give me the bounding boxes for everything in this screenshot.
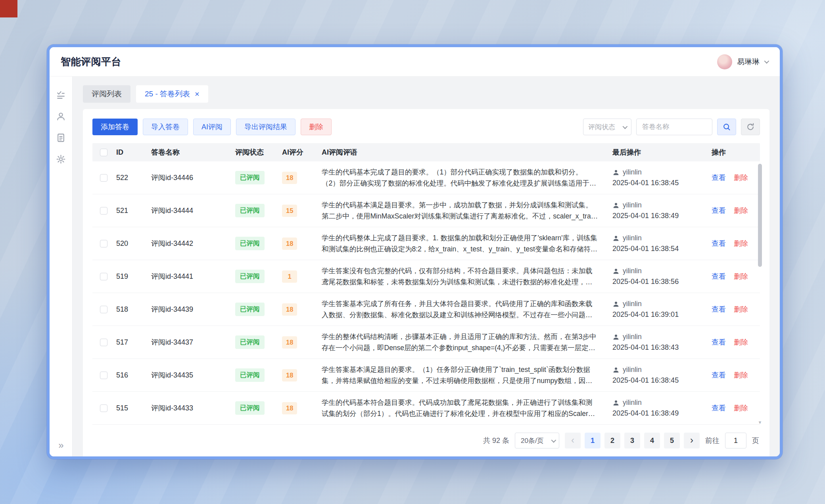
- ai-review-button[interactable]: AI评阅: [193, 119, 231, 135]
- row-operator: yilinlin: [623, 201, 642, 209]
- status-badge: 已评阅: [235, 368, 265, 382]
- row-checkbox[interactable]: [100, 372, 107, 379]
- delete-link[interactable]: 删除: [734, 305, 748, 314]
- row-checkbox[interactable]: [100, 207, 107, 215]
- sidebar-item-user[interactable]: [53, 108, 69, 124]
- sidebar-item-document[interactable]: [53, 130, 69, 146]
- table-row: 515 评阅id-34433 已评阅 18 学生的代码基本符合题目要求。代码成功…: [92, 392, 760, 425]
- scroll-down-icon[interactable]: ▼: [758, 420, 762, 425]
- delete-link[interactable]: 删除: [734, 272, 748, 281]
- chevron-down-icon: [764, 59, 769, 64]
- table-body: 522 评阅id-34446 已评阅 18 学生的代码基本完成了题目的要求。（1…: [92, 161, 760, 425]
- person-icon: [612, 235, 620, 242]
- row-checkbox[interactable]: [100, 306, 107, 313]
- delete-link[interactable]: 删除: [734, 337, 748, 347]
- page-button-4[interactable]: 4: [644, 433, 660, 448]
- row-name: 评阅id-34439: [150, 305, 234, 314]
- row-comment: 学生答案基本完成了所有任务，并且大体符合题目要求。代码使用了正确的库和函数来载入…: [320, 298, 611, 321]
- search-button[interactable]: [717, 119, 736, 135]
- row-time: 2025-04-01 16:38:49: [612, 212, 708, 220]
- view-link[interactable]: 查看: [712, 370, 726, 380]
- sidebar-collapse-icon[interactable]: »: [50, 440, 73, 451]
- row-comment: 学生答案没有包含完整的代码，仅有部分结构，不符合题目要求。具体问题包括：未加载鸢…: [320, 265, 611, 288]
- status-badge: 已评阅: [235, 270, 265, 283]
- header-comment: AI评阅评语: [320, 148, 611, 157]
- close-icon[interactable]: ×: [195, 90, 200, 98]
- page-button-2[interactable]: 2: [604, 433, 620, 448]
- scrollbar-thumb[interactable]: [758, 164, 762, 267]
- select-all-checkbox[interactable]: [100, 149, 107, 156]
- goto-page-input[interactable]: [725, 433, 746, 448]
- table-row: 519 评阅id-34441 已评阅 1 学生答案没有包含完整的代码，仅有部分结…: [92, 260, 760, 293]
- row-id: 516: [115, 371, 150, 379]
- row-operator: yilinlin: [623, 300, 642, 308]
- refresh-button[interactable]: [741, 119, 760, 135]
- status-filter-select[interactable]: 评阅状态: [583, 119, 631, 135]
- page-button-5[interactable]: 5: [664, 433, 680, 448]
- score-badge: 18: [282, 172, 297, 184]
- prev-page-button[interactable]: ‹: [565, 433, 581, 448]
- person-icon: [612, 301, 620, 308]
- row-id: 522: [115, 174, 150, 182]
- sidebar-item-settings[interactable]: [53, 151, 69, 167]
- next-page-button[interactable]: ›: [684, 433, 700, 448]
- delete-link[interactable]: 删除: [734, 206, 748, 215]
- row-name: 评阅id-34444: [150, 206, 234, 215]
- document-icon: [56, 133, 66, 143]
- vertical-scrollbar[interactable]: ▼: [758, 164, 762, 424]
- row-checkbox[interactable]: [100, 339, 107, 346]
- score-badge: 15: [282, 205, 297, 217]
- page-button-1[interactable]: 1: [585, 433, 601, 448]
- row-time: 2025-04-01 16:38:45: [612, 179, 708, 187]
- import-answer-button[interactable]: 导入答卷: [143, 119, 188, 135]
- row-comment: 学生的整体代码结构清晰，步骤基本正确，并且适用了正确的库和方法。然而，在第3步中…: [320, 331, 611, 354]
- page-title: 智能评阅平台: [61, 55, 121, 68]
- view-link[interactable]: 查看: [712, 337, 726, 347]
- score-badge: 1: [282, 270, 297, 283]
- tab-label: 25 - 答卷列表: [145, 89, 190, 99]
- row-time: 2025-04-01 16:38:49: [612, 409, 708, 418]
- table-row: 517 评阅id-34437 已评阅 18 学生的整体代码结构清晰，步骤基本正确…: [92, 326, 760, 359]
- goto-label: 前往: [705, 436, 719, 445]
- export-results-button[interactable]: 导出评阅结果: [236, 119, 295, 135]
- row-operator: yilinlin: [623, 399, 642, 407]
- add-answer-button[interactable]: 添加答卷: [92, 119, 138, 135]
- avatar[interactable]: [717, 54, 732, 69]
- table-row: 516 评阅id-34435 已评阅 18 学生答案基本满足题目的要求。（1）任…: [92, 359, 760, 392]
- tab-label: 评阅列表: [92, 89, 122, 99]
- row-name: 评阅id-34446: [150, 173, 234, 182]
- table-header-row: ID 答卷名称 评阅状态 AI评分 AI评阅评语 最后操作 操作: [92, 143, 760, 161]
- tab-review-list[interactable]: 评阅列表: [83, 85, 130, 103]
- view-link[interactable]: 查看: [712, 173, 726, 182]
- row-checkbox[interactable]: [100, 404, 107, 412]
- view-link[interactable]: 查看: [712, 206, 726, 215]
- person-icon: [612, 169, 620, 176]
- delete-button[interactable]: 删除: [301, 119, 332, 135]
- sidebar: »: [50, 77, 73, 456]
- delete-link[interactable]: 删除: [734, 239, 748, 248]
- delete-link[interactable]: 删除: [734, 403, 748, 413]
- row-comment: 学生的代码整体上完成了题目要求。1. 数据集的加载和划分正确使用了'sklear…: [320, 232, 611, 255]
- delete-link[interactable]: 删除: [734, 173, 748, 182]
- row-checkbox[interactable]: [100, 174, 107, 182]
- page-size-select[interactable]: 20条/页: [515, 433, 559, 448]
- row-time: 2025-04-01 16:38:54: [612, 245, 708, 253]
- row-checkbox[interactable]: [100, 240, 107, 247]
- view-link[interactable]: 查看: [712, 239, 726, 248]
- sidebar-item-review-list[interactable]: [53, 87, 69, 103]
- table-row: 521 评阅id-34444 已评阅 15 学生的代码基本满足题目要求。第一步中…: [92, 194, 760, 227]
- name-search-input[interactable]: [636, 119, 712, 135]
- view-link[interactable]: 查看: [712, 272, 726, 281]
- user-menu[interactable]: 易琳琳: [717, 54, 768, 69]
- row-checkbox[interactable]: [100, 273, 107, 280]
- status-badge: 已评阅: [235, 204, 265, 217]
- row-name: 评阅id-34437: [150, 337, 234, 347]
- delete-link[interactable]: 删除: [734, 370, 748, 380]
- view-link[interactable]: 查看: [712, 403, 726, 413]
- view-link[interactable]: 查看: [712, 305, 726, 314]
- row-id: 517: [115, 338, 150, 347]
- row-id: 519: [115, 272, 150, 281]
- tab-answer-sheet-list[interactable]: 25 - 答卷列表 ×: [136, 85, 208, 103]
- page-button-3[interactable]: 3: [624, 433, 640, 448]
- table-row: 520 评阅id-34442 已评阅 18 学生的代码整体上完成了题目要求。1.…: [92, 227, 760, 260]
